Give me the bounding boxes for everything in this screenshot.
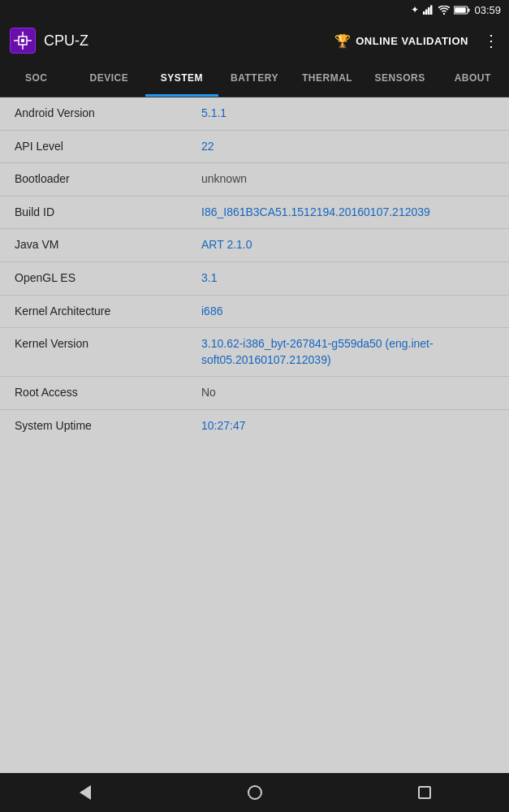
label-bootloader: Bootloader: [15, 171, 201, 188]
label-root-access: Root Access: [15, 385, 201, 401]
tab-device[interactable]: DEVICE: [73, 62, 146, 97]
table-row: API Level 22: [0, 131, 509, 164]
value-java-vm: ART 2.1.0: [201, 237, 494, 253]
tab-thermal[interactable]: THERMAL: [291, 62, 364, 97]
value-bootloader: unknown: [201, 171, 494, 188]
status-time: 03:59: [474, 4, 501, 16]
trophy-icon: 🏆: [334, 33, 352, 49]
table-row: Kernel Version 3.10.62-i386_byt-267841-g…: [0, 328, 509, 377]
table-row: System Uptime 10:27:47: [0, 410, 509, 443]
table-row: Android Version 5.1.1: [0, 97, 509, 131]
table-row: OpenGL ES 3.1: [0, 262, 509, 296]
bluetooth-icon: ✦: [411, 4, 419, 15]
tab-battery[interactable]: BATTERY: [218, 62, 291, 97]
system-info-table: Android Version 5.1.1 API Level 22 Bootl…: [0, 97, 509, 443]
label-api-level: API Level: [15, 139, 201, 155]
value-kernel-architecture: i686: [201, 304, 494, 320]
nav-back-button[interactable]: [69, 776, 101, 809]
nav-bar: [0, 773, 509, 812]
tab-bar: SOC DEVICE SYSTEM BATTERY THERMAL SENSOR…: [0, 62, 509, 97]
recents-icon: [418, 786, 431, 799]
tab-sensors[interactable]: SENSORS: [364, 62, 437, 97]
value-opengl-es: 3.1: [201, 270, 494, 287]
table-row: Kernel Architecture i686: [0, 296, 509, 329]
label-opengl-es: OpenGL ES: [15, 270, 201, 287]
app-title: CPU-Z: [44, 32, 326, 50]
home-icon: [248, 785, 262, 800]
wifi-icon: [438, 6, 450, 15]
svg-rect-1: [425, 10, 428, 15]
nav-home-button[interactable]: [239, 776, 271, 809]
main-content: Android Version 5.1.1 API Level 22 Bootl…: [0, 97, 509, 773]
online-validation-button[interactable]: 🏆 ONLINE VALIDATION: [334, 33, 468, 49]
nav-recents-button[interactable]: [408, 776, 441, 809]
app-bar: CPU-Z 🏆 ONLINE VALIDATION ⋮: [0, 19, 509, 62]
value-kernel-version: 3.10.62-i386_byt-267841-g559da50 (eng.in…: [201, 336, 494, 368]
label-android-version: Android Version: [15, 106, 201, 122]
tab-about[interactable]: ABOUT: [436, 62, 509, 97]
svg-rect-6: [455, 7, 467, 13]
value-api-level: 22: [201, 139, 494, 155]
online-validation-label: ONLINE VALIDATION: [356, 35, 468, 47]
label-java-vm: Java VM: [15, 237, 201, 253]
label-kernel-version: Kernel Version: [15, 336, 201, 352]
tab-system[interactable]: SYSTEM: [145, 62, 218, 97]
app-logo: [10, 28, 36, 54]
label-build-id: Build ID: [15, 205, 201, 221]
table-row: Java VM ART 2.1.0: [0, 229, 509, 262]
signal-icon: [423, 5, 434, 15]
svg-rect-0: [423, 11, 425, 15]
label-kernel-architecture: Kernel Architecture: [15, 304, 201, 320]
back-icon: [80, 785, 91, 800]
svg-rect-9: [21, 39, 24, 42]
svg-rect-2: [428, 7, 430, 15]
value-android-version: 5.1.1: [201, 106, 494, 122]
status-bar: ✦ 03:59: [0, 0, 509, 19]
table-row: Bootloader unknown: [0, 163, 509, 197]
svg-rect-5: [468, 8, 470, 11]
value-build-id: I86_I861B3CA51.1512194.20160107.212039: [201, 205, 494, 221]
tab-soc[interactable]: SOC: [0, 62, 73, 97]
label-system-uptime: System Uptime: [15, 418, 201, 434]
table-row: Build ID I86_I861B3CA51.1512194.20160107…: [0, 197, 509, 230]
battery-icon: [454, 6, 470, 15]
svg-rect-3: [430, 6, 433, 15]
more-options-icon[interactable]: ⋮: [483, 31, 499, 50]
status-icons: ✦ 03:59: [411, 4, 501, 16]
value-system-uptime: 10:27:47: [201, 418, 494, 434]
value-root-access: No: [201, 385, 494, 401]
table-row: Root Access No: [0, 377, 509, 410]
